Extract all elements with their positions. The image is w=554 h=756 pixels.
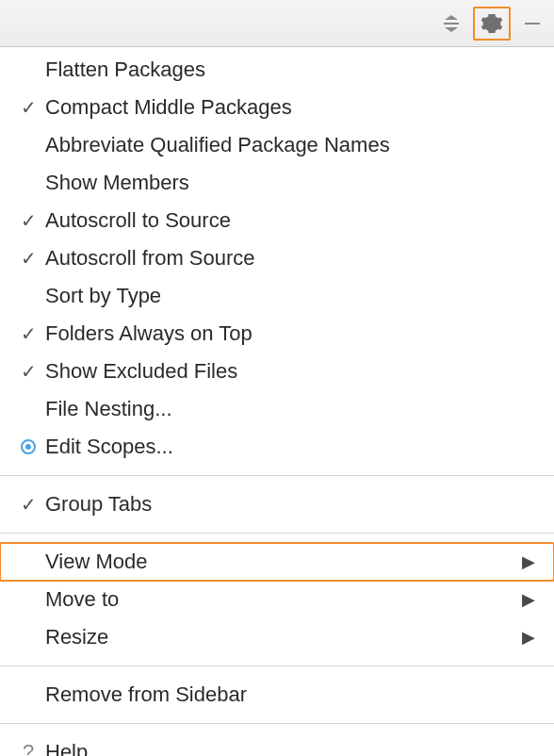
menu-item-autoscroll-to-source[interactable]: Autoscroll to Source — [0, 202, 554, 239]
menu-item-group-tabs[interactable]: Group Tabs — [0, 485, 554, 523]
svg-rect-3 — [525, 23, 540, 25]
help-icon: ? — [13, 740, 43, 756]
menu-item-abbreviate-qualified-package-names[interactable]: Abbreviate Qualified Package Names — [0, 126, 554, 164]
menu-item-label: Show Members — [43, 171, 535, 195]
menu-item-show-members[interactable]: Show Members — [0, 164, 554, 202]
submenu-arrow-icon: ▶ — [522, 627, 535, 648]
menu-item-show-excluded-files[interactable]: Show Excluded Files — [0, 353, 554, 390]
menu-separator — [0, 723, 554, 724]
check-icon — [13, 321, 43, 346]
menu-item-view-mode[interactable]: View Mode▶ — [0, 543, 554, 581]
menu-item-label: Autoscroll to Source — [43, 208, 535, 233]
menu-separator — [0, 475, 554, 476]
menu-item-label: Group Tabs — [43, 492, 535, 517]
menu-separator — [0, 533, 554, 534]
menu-item-label: View Mode — [43, 550, 522, 574]
menu-item-autoscroll-from-source[interactable]: Autoscroll from Source — [0, 239, 554, 277]
menu-item-label: Edit Scopes... — [43, 435, 535, 459]
svg-marker-0 — [445, 15, 458, 20]
menu-item-file-nesting[interactable]: File Nesting... — [0, 390, 554, 428]
menu-item-label: File Nesting... — [43, 397, 535, 421]
check-icon — [13, 246, 43, 271]
menu-item-label: Abbreviate Qualified Package Names — [43, 133, 535, 157]
svg-marker-2 — [445, 27, 458, 32]
menu-item-label: Remove from Sidebar — [43, 682, 535, 707]
menu-item-label: Resize — [43, 625, 522, 649]
menu-item-label: Autoscroll from Source — [43, 246, 535, 271]
menu-item-label: Folders Always on Top — [43, 321, 535, 346]
menu-item-label: Sort by Type — [43, 284, 535, 308]
check-icon — [13, 208, 43, 233]
check-icon — [13, 492, 43, 517]
toolbar — [0, 0, 554, 47]
menu-item-resize[interactable]: Resize▶ — [0, 618, 554, 656]
menu-item-move-to[interactable]: Move to▶ — [0, 581, 554, 618]
settings-button-highlighted[interactable] — [473, 7, 511, 41]
menu-item-remove-from-sidebar[interactable]: Remove from Sidebar — [0, 676, 554, 714]
menu-item-compact-middle-packages[interactable]: Compact Middle Packages — [0, 89, 554, 126]
settings-menu: Flatten PackagesCompact Middle PackagesA… — [0, 47, 554, 756]
menu-item-help[interactable]: ?Help — [0, 733, 554, 756]
radio-icon — [13, 439, 43, 454]
check-icon — [13, 359, 43, 384]
menu-item-sort-by-type[interactable]: Sort by Type — [0, 277, 554, 315]
menu-item-flatten-packages[interactable]: Flatten Packages — [0, 51, 554, 89]
menu-item-folders-always-on-top[interactable]: Folders Always on Top — [0, 315, 554, 353]
menu-item-label: Move to — [43, 587, 522, 612]
menu-separator — [0, 666, 554, 666]
svg-rect-1 — [444, 23, 459, 25]
minimize-icon[interactable] — [516, 8, 548, 40]
menu-item-label: Help — [43, 740, 535, 756]
submenu-arrow-icon: ▶ — [522, 589, 535, 610]
menu-item-label: Compact Middle Packages — [43, 95, 535, 120]
menu-item-label: Show Excluded Files — [43, 359, 535, 384]
collapse-expand-icon[interactable] — [435, 8, 467, 40]
check-icon — [13, 95, 43, 120]
gear-icon — [481, 12, 503, 35]
menu-item-edit-scopes[interactable]: Edit Scopes... — [0, 428, 554, 466]
menu-item-label: Flatten Packages — [43, 58, 535, 82]
submenu-arrow-icon: ▶ — [522, 551, 535, 572]
